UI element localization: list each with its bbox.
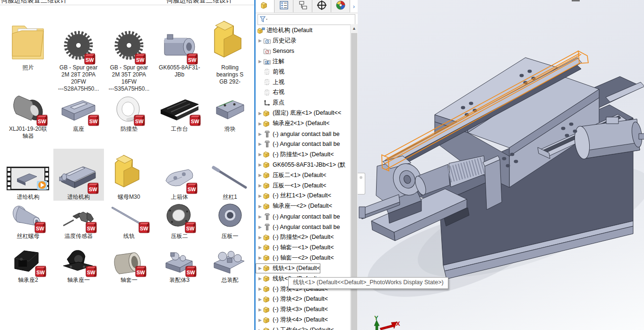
file-item-23[interactable]: SW 轴套一: [104, 247, 155, 284]
file-item-9[interactable]: SW 工作台: [154, 93, 205, 140]
expand-arrow-icon[interactable]: ▶: [257, 266, 263, 271]
expand-arrow-icon[interactable]: ▶: [257, 235, 263, 240]
part-icon: [263, 306, 271, 313]
scroll-up-icon[interactable]: ▲: [351, 24, 358, 32]
breadcrumb[interactable]: 伺服进给装置三维设计: [1, 0, 67, 5]
tree-item-label: (-) 工作台<2> (Default<: [273, 326, 334, 330]
expand-arrow-icon[interactable]: ▶: [257, 276, 263, 281]
tree-item-7[interactable]: 右视: [256, 87, 284, 97]
file-item-20[interactable]: 压板一: [205, 204, 255, 240]
file-item-3[interactable]: SW GB - Spur gear2M 35T 20PA16FW---S35A7…: [104, 16, 155, 93]
tree-item-2[interactable]: ▶历史记录: [256, 36, 296, 46]
file-item-5[interactable]: Rollingbearings SGB 292-: [205, 16, 255, 93]
expand-arrow-icon[interactable]: ▶: [257, 152, 263, 157]
file-item-thumbnail: SW: [9, 247, 47, 275]
expand-arrow-icon[interactable]: ▶: [257, 38, 263, 43]
tree-item-29[interactable]: ▶(-) 滑块<4> (Default<: [256, 315, 328, 325]
expand-arrow-icon[interactable]: ▶: [257, 318, 263, 322]
file-item-25[interactable]: 总装配: [205, 247, 255, 284]
file-item-8[interactable]: SW 防撞垫: [104, 93, 155, 140]
tree-item-24[interactable]: ▶线轨<1> (Default<: [256, 263, 320, 273]
tree-item-10[interactable]: ▶轴承座2<1> (Default<: [256, 118, 330, 128]
expand-arrow-icon[interactable]: ▶: [257, 121, 263, 126]
expand-arrow-icon[interactable]: ▶: [257, 225, 263, 229]
tree-item-5[interactable]: 前视: [256, 67, 284, 77]
tree-item-20[interactable]: ▶(-) Angular contact ball be: [256, 222, 340, 232]
file-item-2[interactable]: SW GB - Spur gear2M 28T 20PA20FW---S28A7…: [53, 16, 104, 93]
tree-item-label: 前视: [273, 68, 284, 76]
tab-displaymanager[interactable]: [331, 0, 350, 12]
expand-arrow-icon[interactable]: ▶: [257, 59, 263, 64]
file-item-label: GB - Spur gear: [58, 64, 99, 71]
tree-item-15[interactable]: ▶压板二<1> (Default<: [256, 170, 326, 180]
panel-splitter-handle[interactable]: [358, 173, 365, 195]
expand-arrow-icon[interactable]: ▶: [257, 173, 263, 178]
expand-arrow-icon[interactable]: ▶: [257, 162, 263, 167]
tree-item-17[interactable]: ▶(-) 丝杠1<1> (Default<: [256, 191, 331, 201]
expand-arrow-icon[interactable]: ▶: [257, 194, 263, 198]
file-item-21[interactable]: SW 轴承座2: [3, 247, 53, 284]
file-item-11[interactable]: 进给机构: [3, 149, 53, 201]
tree-item-28[interactable]: ▶(-) 滑块<3> (Default<: [256, 305, 328, 314]
file-item-14[interactable]: SW 上箱体: [154, 149, 205, 201]
file-item-12[interactable]: SW 进给机构: [53, 149, 104, 201]
file-item-6[interactable]: SW XLJ01-19-20联轴器: [3, 93, 53, 140]
tree-item-22[interactable]: ▶(-) 轴套一<1> (Default<: [256, 243, 334, 253]
expand-arrow-icon[interactable]: ▶: [257, 132, 263, 136]
tree-item-23[interactable]: ▶(-) 轴套一<2> (Default<: [256, 253, 334, 263]
file-item-label: ---S35A75H50...: [109, 85, 150, 93]
file-item-4[interactable]: SW GK6055-8AF31-JBb: [154, 16, 205, 93]
file-item-thumbnail: [213, 204, 247, 231]
tree-item-12[interactable]: ▶(-) Angular contact ball be: [256, 139, 340, 149]
tree-item-label: (-) Angular contact ball be: [273, 213, 340, 220]
expand-arrow-icon[interactable]: ▶: [257, 328, 263, 330]
filter-funnel-icon[interactable]: [258, 16, 270, 23]
tree-item-9[interactable]: ▶(固定) 底座<1> (Default<<: [256, 108, 341, 118]
expand-arrow-icon[interactable]: ▶: [257, 255, 263, 260]
tree-item-16[interactable]: ▶压板一<1> (Default<: [256, 181, 326, 191]
tree-item-4[interactable]: ▶A注解: [256, 57, 284, 67]
tree-item-8[interactable]: 原点: [256, 98, 284, 108]
file-item-24[interactable]: SW 装配体3: [154, 247, 205, 284]
filter-input[interactable]: [270, 15, 355, 24]
expand-arrow-icon[interactable]: ▶: [257, 214, 263, 219]
expand-arrow-icon[interactable]: ▶: [257, 297, 263, 302]
expand-arrow-icon[interactable]: ▶: [257, 287, 263, 291]
tree-item-6[interactable]: 上视: [256, 77, 284, 87]
tree-item-30[interactable]: ▶(-) 工作台<2> (Default<: [256, 325, 334, 330]
expand-arrow-icon[interactable]: ▶: [257, 307, 263, 312]
tree-item-19[interactable]: ▶(-) Angular contact ball be: [256, 212, 340, 221]
expand-arrow-icon[interactable]: ▶: [257, 142, 263, 146]
file-item-thumbnail: SW: [163, 204, 197, 231]
file-item-22[interactable]: SW 轴承座一: [53, 247, 104, 284]
file-item-17[interactable]: SW 温度传感器: [53, 204, 104, 240]
file-item-10[interactable]: 滑块: [205, 93, 255, 140]
tree-item-3[interactable]: Sensors: [256, 46, 294, 56]
file-item-thumbnail: [211, 247, 249, 275]
tab-dimxpertmanager[interactable]: [312, 0, 331, 12]
file-item-15[interactable]: 丝杠1: [205, 149, 255, 201]
file-item-18[interactable]: SW 线轨: [104, 204, 155, 240]
file-item-16[interactable]: SW 丝杠螺母: [3, 204, 53, 240]
file-item-19[interactable]: SW 压板二: [154, 204, 205, 240]
tab-overflow-chevron[interactable]: ›: [350, 0, 358, 13]
breadcrumb[interactable]: 伺服进给装置三维设计: [166, 0, 232, 5]
tab-propertymanager[interactable]: [275, 0, 293, 12]
tree-item-18[interactable]: ▶轴承座一<2> (Default<: [256, 201, 332, 211]
file-item-7[interactable]: SW 底座: [53, 93, 104, 140]
tree-item-13[interactable]: ▶(-) 防撞垫<1> (Default<: [256, 150, 334, 160]
tree-item-14[interactable]: ▶GK6055-8AF31-JBb<1> (默: [256, 160, 345, 170]
tab-featuremanager[interactable]: [256, 0, 275, 13]
expand-arrow-icon[interactable]: ▶: [257, 204, 263, 209]
tree-item-21[interactable]: ▶(-) 防撞垫<2> (Default<: [256, 232, 334, 242]
tree-item-27[interactable]: ▶(-) 滑块<2> (Default<: [256, 294, 328, 304]
expand-arrow-icon[interactable]: ▶: [257, 245, 263, 250]
tree-item-1[interactable]: 进给机构 (Default: [257, 25, 312, 35]
tree-item-11[interactable]: ▶(-) angular contact ball be: [256, 129, 340, 139]
expand-arrow-icon[interactable]: ▶: [257, 183, 263, 188]
file-item-13[interactable]: 螺母M30: [104, 149, 155, 201]
file-item-1[interactable]: 照片: [3, 16, 53, 93]
expand-arrow-icon[interactable]: ▶: [257, 111, 263, 116]
tab-configurationmanager[interactable]: [293, 0, 312, 12]
file-item-thumbnail: SW: [61, 16, 96, 63]
